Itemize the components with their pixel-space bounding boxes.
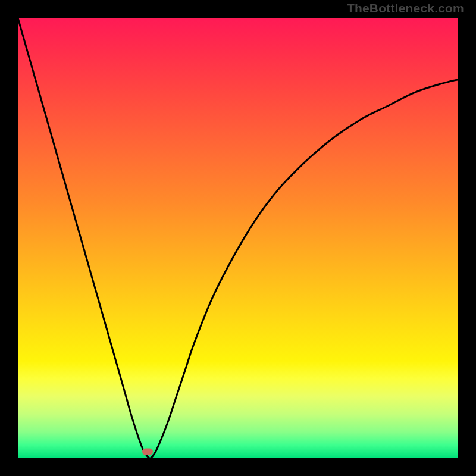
watermark-text: TheBottleneck.com — [347, 1, 464, 15]
curve-line — [18, 18, 458, 458]
curve-svg — [18, 18, 458, 458]
plot-area — [18, 18, 458, 458]
trough-marker — [142, 448, 153, 455]
